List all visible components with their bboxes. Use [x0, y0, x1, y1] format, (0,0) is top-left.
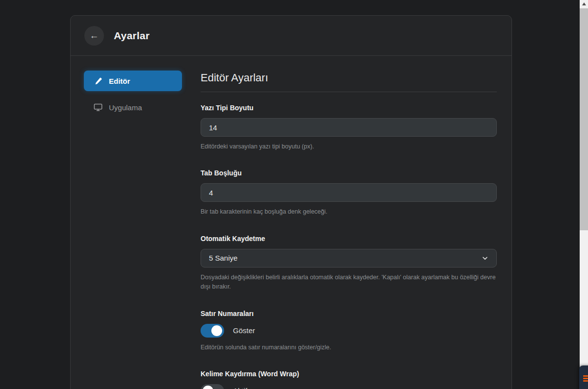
- scrollbar-up-arrow[interactable]: [580, 0, 588, 8]
- word-wrap-label: Kelime Kaydırma (Word Wrap): [201, 370, 497, 378]
- auto-save-selected-value: 5 Saniye: [209, 254, 237, 262]
- line-numbers-toggle-row: Göster: [201, 324, 497, 338]
- toggle-knob: [203, 386, 213, 389]
- auto-save-select[interactable]: 5 Saniye: [201, 249, 497, 267]
- settings-sidebar: Editör Uygulama: [84, 71, 182, 389]
- sidebar-item-label: Uygulama: [109, 103, 142, 112]
- word-wrap-field-group: Kelime Kaydırma (Word Wrap) Aktif: [201, 370, 497, 389]
- settings-header: ← Ayarlar: [71, 16, 511, 56]
- auto-save-label: Otomatik Kaydetme: [201, 235, 497, 243]
- line-numbers-field-group: Satır Numaraları Göster Editörün solunda…: [201, 310, 497, 352]
- auto-save-helper: Dosyadaki değişiklikleri belirli aralıkl…: [201, 273, 497, 292]
- line-numbers-helper: Editörün solunda satır numaralarını göst…: [201, 343, 497, 352]
- toggle-knob: [211, 325, 222, 336]
- tab-spacing-field-group: Tab Boşluğu Bir tab karakterinin kaç boş…: [201, 169, 497, 217]
- triangle-up-icon: [582, 2, 586, 5]
- font-size-label: Yazı Tipi Boyutu: [201, 104, 497, 112]
- line-numbers-label: Satır Numaraları: [201, 310, 497, 317]
- font-size-input[interactable]: [201, 118, 497, 137]
- monitor-icon: [94, 103, 102, 112]
- settings-page: ← Ayarlar Editör: [0, 0, 588, 389]
- page-title: Ayarlar: [114, 30, 150, 42]
- vertical-scrollbar[interactable]: [580, 0, 588, 389]
- pencil-icon: [94, 76, 102, 85]
- chevron-down-icon: [482, 255, 488, 262]
- tab-spacing-label: Tab Boşluğu: [201, 169, 497, 177]
- line-numbers-toggle[interactable]: [201, 324, 224, 338]
- font-size-field-group: Yazı Tipi Boyutu Editördeki varsayılan y…: [201, 104, 497, 151]
- sidebar-item-application[interactable]: Uygulama: [84, 97, 182, 118]
- line-numbers-toggle-label: Göster: [233, 326, 255, 335]
- font-size-helper: Editördeki varsayılan yazı tipi boyutu (…: [201, 142, 497, 151]
- settings-card: ← Ayarlar Editör: [70, 15, 512, 389]
- corner-overlay-badge[interactable]: [579, 365, 588, 389]
- sidebar-item-editor[interactable]: Editör: [84, 71, 182, 91]
- section-heading: Editör Ayarları: [201, 72, 497, 84]
- list-lines-icon: [583, 375, 588, 383]
- editor-settings-panel: Editör Ayarları Yazı Tipi Boyutu Editörd…: [201, 71, 497, 389]
- auto-save-field-group: Otomatik Kaydetme 5 Saniye Dosyadaki değ…: [201, 235, 497, 292]
- scrollbar-thumb[interactable]: [580, 8, 588, 230]
- tab-spacing-input[interactable]: [201, 183, 497, 202]
- word-wrap-toggle[interactable]: [201, 384, 224, 389]
- arrow-left-icon: ←: [90, 31, 99, 40]
- back-button[interactable]: ←: [84, 26, 104, 46]
- tab-spacing-helper: Bir tab karakterinin kaç boşluğa denk ge…: [201, 207, 497, 217]
- word-wrap-toggle-label: Aktif: [233, 387, 247, 389]
- section-divider: [201, 92, 497, 92]
- sidebar-item-label: Editör: [109, 77, 130, 85]
- settings-body: Editör Uygulama Editör Ayarları: [71, 56, 511, 389]
- word-wrap-toggle-row: Aktif: [201, 384, 497, 389]
